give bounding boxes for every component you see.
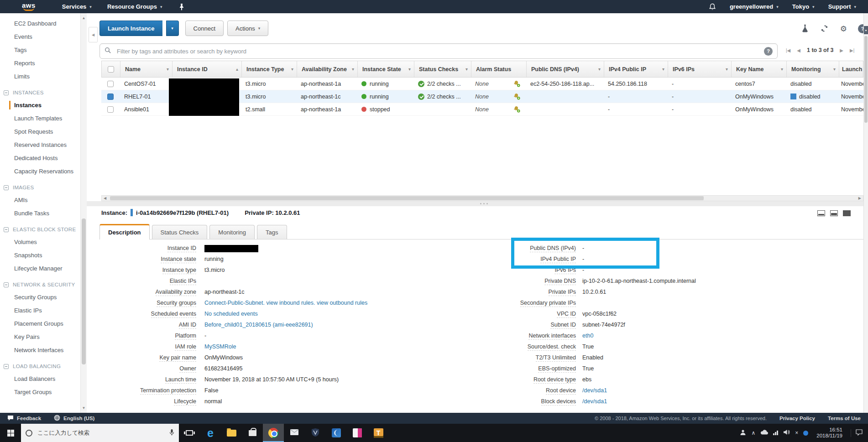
select-all-checkbox[interactable] <box>108 66 114 73</box>
create-alarm-bell-icon[interactable] <box>513 106 520 113</box>
sidebar-item[interactable]: Key Pairs <box>0 330 80 343</box>
column-header-availability-zone[interactable]: Availability Zone▾ <box>297 61 357 77</box>
ime-close-icon[interactable]: × <box>795 430 798 436</box>
sidebar-item[interactable]: Bundle Tasks <box>0 207 80 220</box>
microphone-icon[interactable] <box>169 429 174 437</box>
action-center-button[interactable] <box>851 429 867 437</box>
settings-gear-icon[interactable]: ⚙ <box>840 25 847 33</box>
taskbar-search-input[interactable] <box>37 429 165 437</box>
sidebar-item[interactable]: Security Groups <box>0 291 80 304</box>
sidebar-item[interactable]: EC2 Dashboard <box>0 17 80 30</box>
taskbar-search-box[interactable] <box>21 424 179 442</box>
detail-tab[interactable]: Description <box>99 224 150 239</box>
vertical-scrollbar-thumb[interactable] <box>864 36 868 123</box>
sidebar-item[interactable]: Capacity Reservations <box>0 165 80 178</box>
collapse-minus-icon[interactable] <box>4 185 9 190</box>
detail-tab[interactable]: Status Checks <box>152 225 208 239</box>
privacy-policy-link[interactable]: Privacy Policy <box>779 416 815 421</box>
layout-split-pane-icon[interactable] <box>830 210 838 216</box>
scroll-down-icon[interactable]: ▼ <box>81 406 87 410</box>
column-header-alarm-status[interactable]: Alarm Status <box>471 61 526 77</box>
sidebar-item[interactable]: Tags <box>0 43 80 57</box>
filter-input[interactable] <box>116 47 759 55</box>
scroll-left-icon[interactable]: ◀ <box>102 196 108 200</box>
speaker-icon[interactable] <box>783 429 790 437</box>
labs-flask-icon[interactable] <box>801 24 809 34</box>
sidebar-item[interactable]: AMIs <box>0 193 80 207</box>
row-checkbox[interactable] <box>107 94 114 100</box>
sidebar-item[interactable]: Volumes <box>0 235 80 249</box>
filter-help-icon[interactable]: ? <box>764 47 773 56</box>
sidebar-item[interactable]: Limits <box>0 70 80 83</box>
mail-app-button[interactable] <box>284 424 305 442</box>
topnav-menu-item[interactable]: greenyellowred ▾ <box>730 3 779 10</box>
next-page-icon[interactable]: ▶ <box>840 48 843 53</box>
network-signal-icon[interactable] <box>773 431 778 435</box>
sidebar-item[interactable]: Dedicated Hosts <box>0 151 80 165</box>
blue-app-button[interactable] <box>326 424 347 442</box>
people-icon[interactable] <box>740 429 746 437</box>
last-page-icon[interactable]: ▶| <box>850 48 854 53</box>
collapse-minus-icon[interactable] <box>4 364 9 369</box>
sidebar-scrollbar[interactable]: ▲ ▼ <box>80 13 87 413</box>
table-horizontal-scrollbar[interactable]: ◀ ▶ <box>101 195 863 201</box>
edge-app-button[interactable]: e <box>200 424 221 442</box>
media-app-button[interactable] <box>347 424 368 442</box>
column-header-name[interactable]: Name▾ <box>120 61 172 77</box>
onedrive-cloud-icon[interactable] <box>760 430 768 436</box>
row-checkbox[interactable] <box>107 106 114 113</box>
sidebar-item[interactable]: Reports <box>0 57 80 70</box>
sidebar-item[interactable]: Placement Groups <box>0 317 80 330</box>
column-header-instance-id[interactable]: Instance ID▴ <box>172 61 241 77</box>
column-header-instance-type[interactable]: Instance Type▾ <box>241 61 297 77</box>
panel-resize-handle[interactable] <box>480 203 488 204</box>
scroll-up-icon[interactable]: ▲ <box>81 16 87 20</box>
notifications-bell-icon[interactable] <box>709 3 716 10</box>
horizontal-scrollbar-thumb[interactable] <box>110 196 704 200</box>
store-app-button[interactable] <box>242 424 263 442</box>
connect-button[interactable]: Connect <box>185 21 224 36</box>
prev-page-icon[interactable]: ◀ <box>797 48 800 53</box>
terminal-app-button[interactable]: T <box>368 424 389 442</box>
sidebar-item[interactable]: Snapshots <box>0 249 80 262</box>
language-selector[interactable]: English (US) <box>54 415 94 422</box>
shield-app-button[interactable] <box>305 424 326 442</box>
sidebar-collapse-button[interactable]: ◀ <box>89 27 98 42</box>
column-header-ipv4-public-ip[interactable]: IPv4 Public IP▾ <box>604 61 668 77</box>
scroll-right-icon[interactable]: ▶ <box>857 196 863 200</box>
column-header-status-checks[interactable]: Status Checks▾ <box>414 61 471 77</box>
detail-tab[interactable]: Tags <box>257 225 287 239</box>
column-header-public-dns[interactable]: Public DNS (IPv4)▾ <box>526 61 604 77</box>
sidebar-item[interactable]: Launch Templates <box>0 112 80 125</box>
terms-of-use-link[interactable]: Terms of Use <box>828 416 861 421</box>
sidebar-item[interactable]: Target Groups <box>0 385 80 399</box>
launch-instance-button[interactable]: Launch Instance <box>99 21 162 36</box>
sidebar-item[interactable]: Elastic IPs <box>0 304 80 317</box>
refresh-icon[interactable] <box>821 25 828 34</box>
first-page-icon[interactable]: |◀ <box>786 48 790 53</box>
start-button[interactable] <box>0 424 21 442</box>
main-vertical-scrollbar[interactable]: ▲ <box>863 13 868 413</box>
detail-tab[interactable]: Monitoring <box>209 225 255 239</box>
pin-icon[interactable] <box>179 3 184 10</box>
topnav-menu-item[interactable]: Resource Groups ▾ <box>107 3 162 10</box>
taskbar-clock[interactable]: 16:51 2018/11/19 <box>813 427 846 439</box>
topnav-menu-item[interactable]: Tokyo ▾ <box>792 3 815 10</box>
aws-logo[interactable]: aws <box>22 3 36 11</box>
language-indicator-icon[interactable] <box>803 431 808 436</box>
topnav-menu-item[interactable]: Support ▾ <box>828 3 856 10</box>
layout-full-pane-icon[interactable] <box>843 210 851 216</box>
layout-bottom-pane-icon[interactable] <box>817 210 825 216</box>
task-view-button[interactable] <box>179 424 200 442</box>
hidden-icons-chevron-icon[interactable]: ∧ <box>751 430 755 436</box>
sidebar-item[interactable]: Lifecycle Manager <box>0 262 80 275</box>
scroll-up-icon[interactable]: ▲ <box>864 26 868 34</box>
sidebar-item[interactable]: Load Balancers <box>0 372 80 385</box>
sidebar-item[interactable]: Instances <box>0 99 80 112</box>
chrome-app-button[interactable] <box>263 424 284 442</box>
topnav-menu-item[interactable]: Services ▾ <box>62 3 92 10</box>
sidebar-item[interactable]: Spot Requests <box>0 125 80 138</box>
collapse-minus-icon[interactable] <box>4 227 9 232</box>
column-header-monitoring[interactable]: Monitoring▾ <box>786 61 839 77</box>
actions-button[interactable]: Actions ▾ <box>227 21 268 36</box>
